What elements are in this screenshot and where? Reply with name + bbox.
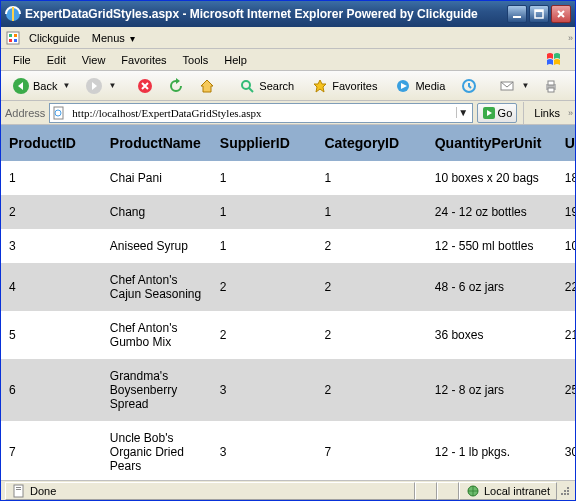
menu-file[interactable]: File — [5, 52, 39, 68]
clickguide-menus[interactable]: Menus ▾ — [86, 30, 141, 46]
cell: 10.0000 — [557, 229, 575, 263]
media-icon — [394, 77, 412, 95]
table-row[interactable]: 2Chang1124 - 12 oz bottles19.0000 — [1, 195, 575, 229]
svg-rect-17 — [548, 81, 554, 85]
favorites-button[interactable]: Favorites — [304, 74, 384, 98]
cell: 12 - 1 lb pkgs. — [427, 421, 557, 480]
refresh-button[interactable] — [162, 74, 190, 98]
links-label[interactable]: Links — [530, 107, 564, 119]
cell: 3 — [1, 229, 102, 263]
cell: 2 — [316, 229, 426, 263]
col-supplierid[interactable]: SupplierID — [212, 125, 317, 161]
address-field-wrap: ▼ — [49, 103, 472, 123]
resize-grip[interactable] — [557, 485, 571, 497]
ie-icon — [5, 6, 21, 22]
cell: 21.3500 — [557, 311, 575, 359]
cell: 24 - 12 oz bottles — [427, 195, 557, 229]
address-dropdown[interactable]: ▼ — [456, 107, 470, 118]
back-button[interactable]: Back ▼ — [5, 74, 77, 98]
cell: 6 — [1, 359, 102, 421]
home-button[interactable] — [193, 74, 221, 98]
toolbar-overflow-icon[interactable]: » — [568, 33, 571, 43]
table-row[interactable]: 5Chef Anton's Gumbo Mix2236 boxes21.3500 — [1, 311, 575, 359]
cell: 2 — [212, 311, 317, 359]
print-button[interactable] — [537, 74, 565, 98]
cell: 12 - 550 ml bottles — [427, 229, 557, 263]
search-button[interactable]: Search — [231, 74, 301, 98]
menu-edit[interactable]: Edit — [39, 52, 74, 68]
status-done: Done — [30, 485, 56, 497]
status-pane-empty2 — [437, 482, 459, 500]
table-row[interactable]: 7Uncle Bob's Organic Dried Pears3712 - 1… — [1, 421, 575, 480]
chevron-down-icon: ▼ — [62, 81, 70, 90]
table-row[interactable]: 4Chef Anton's Cajun Seasoning2248 - 6 oz… — [1, 263, 575, 311]
stop-button[interactable] — [131, 74, 159, 98]
search-label: Search — [259, 80, 294, 92]
maximize-button[interactable] — [529, 5, 549, 23]
menu-help[interactable]: Help — [216, 52, 255, 68]
cell: 12 - 8 oz jars — [427, 359, 557, 421]
toolbar-separator — [523, 102, 524, 124]
cell: 48 - 6 oz jars — [427, 263, 557, 311]
table-header-row: ProductID ProductName SupplierID Categor… — [1, 125, 575, 161]
cell: Aniseed Syrup — [102, 229, 212, 263]
forward-icon — [85, 77, 103, 95]
mail-button[interactable]: ▼ — [493, 74, 534, 98]
col-quantityperunit[interactable]: QuantityPerUnit — [427, 125, 557, 161]
cell: 1 — [316, 195, 426, 229]
cell: 18.0000 — [557, 161, 575, 195]
go-button[interactable]: Go — [477, 103, 518, 123]
chevron-down-icon: ▼ — [521, 81, 529, 90]
col-unitprice[interactable]: UnitPrice — [557, 125, 575, 161]
cell: 7 — [316, 421, 426, 480]
table-row[interactable]: 6Grandma's Boysenberry Spread3212 - 8 oz… — [1, 359, 575, 421]
menu-favorites[interactable]: Favorites — [113, 52, 174, 68]
col-categoryid[interactable]: CategoryID — [316, 125, 426, 161]
forward-button[interactable]: ▼ — [80, 74, 121, 98]
page-icon — [12, 484, 26, 498]
svg-rect-18 — [548, 88, 554, 92]
svg-rect-5 — [9, 34, 12, 37]
menubar: File Edit View Favorites Tools Help — [1, 49, 575, 71]
svg-rect-8 — [14, 39, 17, 42]
table-row[interactable]: 3Aniseed Syrup1212 - 550 ml bottles10.00… — [1, 229, 575, 263]
data-grid: ProductID ProductName SupplierID Categor… — [1, 125, 575, 480]
clickguide-brand[interactable]: Clickguide — [23, 30, 86, 46]
svg-rect-30 — [564, 490, 566, 492]
cell: 2 — [316, 311, 426, 359]
back-icon — [12, 77, 30, 95]
col-productid[interactable]: ProductID — [1, 125, 102, 161]
windows-flag-icon — [543, 51, 569, 69]
clickguide-menus-label: Menus — [92, 32, 125, 44]
media-button[interactable]: Media — [387, 74, 452, 98]
cell: Chai Pani — [102, 161, 212, 195]
cell: 2 — [316, 263, 426, 311]
cell: 1 — [212, 195, 317, 229]
menu-view[interactable]: View — [74, 52, 114, 68]
cell: 7 — [1, 421, 102, 480]
col-productname[interactable]: ProductName — [102, 125, 212, 161]
history-button[interactable] — [455, 74, 483, 98]
toolbar: Back ▼ ▼ Search Favorites — [1, 71, 575, 101]
minimize-button[interactable] — [507, 5, 527, 23]
svg-rect-34 — [567, 493, 569, 495]
chevron-down-icon: ▼ — [108, 81, 116, 90]
svg-rect-33 — [564, 493, 566, 495]
address-input[interactable] — [70, 105, 451, 121]
table-row[interactable]: 1Chai Pani1110 boxes x 20 bags18.0000 — [1, 161, 575, 195]
status-pane-zone: Local intranet — [459, 482, 557, 500]
menu-tools[interactable]: Tools — [175, 52, 217, 68]
close-button[interactable] — [551, 5, 571, 23]
svg-rect-31 — [567, 490, 569, 492]
clickguide-bar: Clickguide Menus ▾ » — [1, 27, 575, 49]
print-icon — [542, 77, 560, 95]
status-zone: Local intranet — [484, 485, 550, 497]
status-pane-empty1 — [415, 482, 437, 500]
content-area[interactable]: ProductID ProductName SupplierID Categor… — [1, 125, 575, 480]
favorites-label: Favorites — [332, 80, 377, 92]
toolbar-overflow-icon[interactable]: » — [568, 108, 571, 118]
edit-button[interactable]: ▼ — [568, 74, 576, 98]
back-label: Back — [33, 80, 57, 92]
cell: 5 — [1, 311, 102, 359]
titlebar: ExpertDataGridStyles.aspx - Microsoft In… — [1, 1, 575, 27]
